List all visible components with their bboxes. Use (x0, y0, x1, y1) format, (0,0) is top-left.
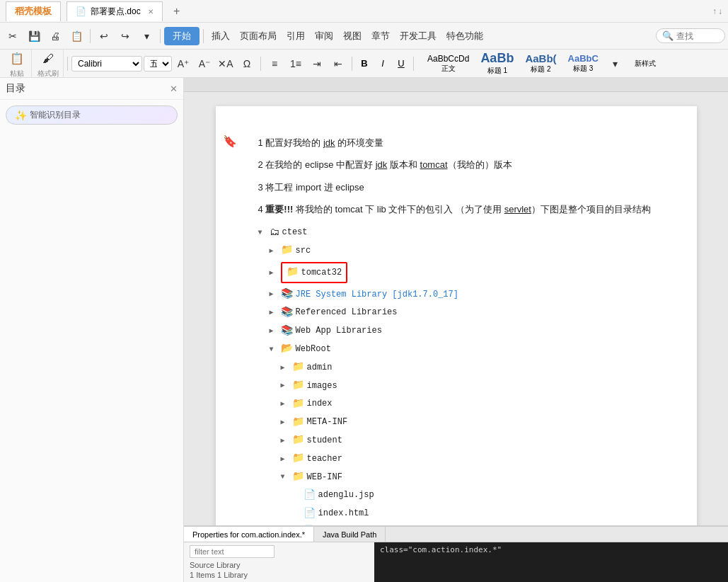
scan-icon[interactable]: 📋 (67, 26, 86, 46)
tomcat32-arrow[interactable]: ▶ (270, 267, 278, 279)
document-page: 🔖 1 配置好我给的 jdk 的环境变量 2 在我给的 eclipse 中配置好… (216, 106, 697, 525)
adenglu-label: adenglu.jsp (318, 488, 374, 502)
student-label: student (307, 433, 342, 447)
tomcat32-highlight[interactable]: 📁 tomcat32 (281, 262, 348, 283)
tree-teacher: ▶ 📁 teacher (258, 450, 654, 468)
app-tab[interactable]: 稻壳模板 (6, 1, 61, 21)
index-folder-arrow[interactable]: ▶ (281, 398, 289, 410)
menu-reference[interactable]: 引用 (282, 30, 309, 42)
font-grow-btn[interactable]: A⁺ (173, 54, 193, 74)
special-char-btn[interactable]: Ω (237, 54, 257, 74)
app-logo: 稻壳模板 (15, 5, 52, 18)
bottom-tab-properties[interactable]: Properties for com.action.index.* (184, 527, 314, 542)
root-arrow[interactable]: ▼ (258, 227, 267, 239)
ref-lib-icon: 📚 (281, 304, 293, 321)
para2-jdk: jdk (376, 159, 388, 170)
ai-icon: ✨ (15, 110, 27, 121)
teacher-arrow[interactable]: ▶ (281, 453, 289, 465)
style-h2-preview: AaBb( (525, 52, 556, 64)
para-2: 2 在我给的 eclipse 中配置好 jdk 版本和 tomcat（我给的）版… (258, 156, 654, 173)
tree-root: ▼ 🗂 ctest (258, 224, 654, 242)
style-h2[interactable]: AaBb( 标题 2 (521, 51, 560, 76)
format-toolbar: 📋 粘贴 🖌 格式刷 Calibri 五号 A⁺ A⁻ ✕A Ω ≡ 1≡ ⇥ … (0, 50, 728, 78)
src-icon: 📁 (281, 242, 293, 259)
font-size-select[interactable]: 五号 (144, 56, 172, 72)
more-icon[interactable]: ▾ (137, 26, 156, 46)
para4-important: 重要!!! (265, 204, 293, 215)
font-shrink-btn[interactable]: A⁻ (195, 54, 214, 74)
undo-icon[interactable]: ↩ (94, 26, 114, 46)
format-brush-button[interactable]: 🖌 (38, 49, 58, 69)
doc-tab[interactable]: 📄 部署要点.doc ✕ (67, 1, 163, 21)
images-label: images (307, 379, 337, 393)
web-app-arrow[interactable]: ▶ (270, 325, 278, 337)
meta-inf-label: META-INF (307, 415, 348, 429)
menu-chapter[interactable]: 章节 (367, 30, 394, 42)
doc-tab-label: 部署要点.doc (91, 6, 141, 18)
doc-tab-close[interactable]: ✕ (148, 8, 154, 16)
src-arrow[interactable]: ▶ (270, 245, 278, 257)
style-h3[interactable]: AaBbC 标题 3 (564, 52, 603, 75)
menu-review[interactable]: 审阅 (311, 30, 337, 42)
filter-input[interactable] (190, 545, 275, 558)
font-family-select[interactable]: Calibri (71, 56, 142, 72)
nav-down[interactable]: ↓ (718, 6, 722, 16)
para1-jdk: jdk (323, 137, 335, 148)
admin-arrow[interactable]: ▶ (281, 362, 289, 374)
style-h1[interactable]: AaBb 标题 1 (476, 50, 518, 77)
tree-images: ▶ 📁 images (258, 377, 654, 395)
ai-toc-button[interactable]: ✨ 智能识别目录 (6, 105, 178, 125)
file-tree: ▼ 🗂 ctest ▶ 📁 src ▶ (258, 224, 654, 525)
ruler (184, 78, 728, 92)
print-icon[interactable]: 🖨 (45, 26, 65, 46)
menu-view[interactable]: 视图 (339, 30, 366, 42)
ref-lib-arrow[interactable]: ▶ (270, 307, 278, 319)
new-tab-button[interactable]: + (168, 3, 185, 20)
menu-special[interactable]: 特色功能 (442, 30, 487, 42)
outdent-btn[interactable]: ⇤ (328, 54, 348, 74)
search-input[interactable] (676, 31, 719, 41)
images-arrow[interactable]: ▶ (281, 380, 289, 392)
nav-up[interactable]: ↑ (712, 6, 717, 16)
underline-btn[interactable]: U (393, 55, 410, 72)
save-icon[interactable]: 💾 (24, 26, 44, 46)
index-html-label: index.html (318, 506, 369, 520)
menu-insert[interactable]: 插入 (207, 30, 234, 42)
webroot-arrow[interactable]: ▼ (270, 343, 278, 355)
sidebar-close-btn[interactable]: ✕ (170, 84, 178, 94)
meta-inf-arrow[interactable]: ▶ (281, 416, 289, 428)
jre-arrow[interactable]: ▶ (270, 288, 278, 300)
web-inf-label: WEB-INF (307, 470, 342, 484)
sep5 (260, 57, 261, 71)
clipboard-icon[interactable]: ✂ (3, 26, 23, 46)
tree-meta-inf: ▶ 📁 META-INF (258, 413, 654, 432)
tree-ref-lib: ▶ 📚 Referenced Libraries (258, 304, 654, 322)
redo-icon[interactable]: ↪ (115, 26, 135, 46)
tree-admin: ▶ 📁 admin (258, 358, 654, 377)
web-inf-arrow[interactable]: ▼ (281, 471, 289, 483)
italic-btn[interactable]: I (374, 55, 391, 72)
indent-btn[interactable]: ⇥ (307, 54, 327, 74)
style-normal[interactable]: AaBbCcDd 正文 (423, 52, 473, 75)
begin-button[interactable]: 开始 (164, 27, 200, 45)
tree-src: ▶ 📁 src (258, 241, 654, 260)
admin-icon: 📁 (292, 359, 304, 376)
list-bullet-btn[interactable]: ≡ (265, 54, 284, 74)
list-num-btn[interactable]: 1≡ (286, 54, 306, 74)
sep3 (203, 29, 204, 43)
search-box[interactable]: 🔍 (656, 28, 725, 43)
clear-format-btn[interactable]: ✕A (216, 54, 236, 74)
paste-button[interactable]: 📋 (7, 49, 27, 69)
new-style-btn[interactable]: 新样式 (628, 57, 662, 70)
styles-box: AaBbCcDd 正文 AaBb 标题 1 AaBb( 标题 2 AaBbC 标… (423, 50, 662, 77)
bottom-tab-build-path[interactable]: Java Build Path (314, 527, 386, 542)
menu-page-layout[interactable]: 页面布局 (236, 30, 281, 42)
para-3: 3 将工程 import 进 eclipse (258, 179, 654, 195)
menu-dev-tools[interactable]: 开发工具 (395, 30, 441, 42)
bold-btn[interactable]: B (356, 55, 373, 72)
student-arrow[interactable]: ▶ (281, 435, 289, 447)
tree-adenglu: ▶ 📄 adenglu.jsp (258, 486, 654, 505)
style-dropdown-btn[interactable]: ▾ (606, 54, 625, 74)
bottom-tab1-label: Properties for com.action.index.* (192, 530, 305, 539)
root-label: ctest (282, 225, 308, 239)
